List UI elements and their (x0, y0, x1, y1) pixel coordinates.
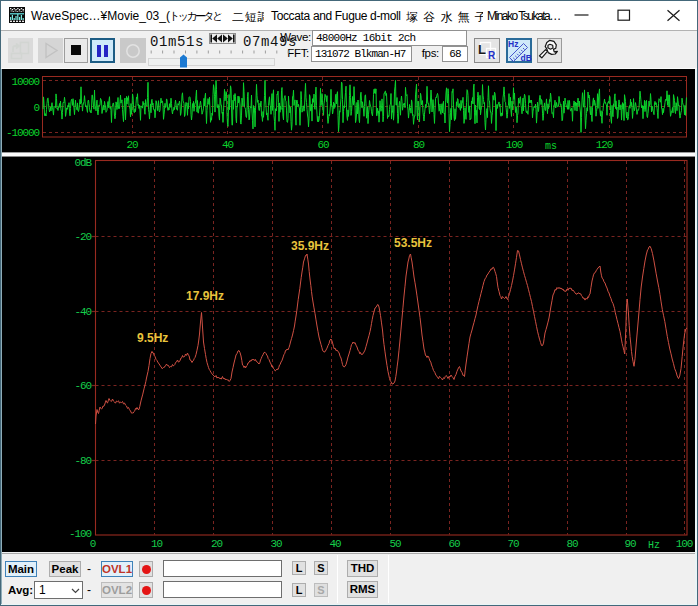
svg-text:-100: -100 (69, 528, 92, 540)
svg-text:100: 100 (506, 139, 523, 151)
svg-text:90: 90 (624, 538, 636, 550)
svg-text:-20: -20 (74, 231, 91, 243)
svg-text:-60: -60 (74, 380, 91, 392)
svg-text:ms: ms (545, 141, 557, 152)
svg-text:120: 120 (596, 139, 613, 151)
svg-text:10000: 10000 (11, 76, 39, 88)
svg-text:Hz: Hz (648, 540, 660, 551)
svg-text:-40: -40 (74, 306, 91, 318)
svg-text:R: R (488, 50, 496, 61)
svg-text:dB: dB (521, 53, 532, 63)
svg-text:Hz: Hz (508, 39, 518, 49)
svg-text:30: 30 (270, 538, 282, 550)
svg-text:9.5Hz: 9.5Hz (137, 331, 168, 345)
svg-text:100: 100 (676, 538, 693, 550)
svg-text:20: 20 (126, 139, 138, 151)
svg-text:50: 50 (389, 538, 401, 550)
svg-text:0dB: 0dB (74, 157, 92, 169)
svg-text:-80: -80 (74, 455, 91, 467)
svg-text:60: 60 (317, 139, 329, 151)
svg-text:80: 80 (566, 538, 578, 550)
svg-text:10: 10 (151, 538, 163, 550)
svg-text:0: 0 (90, 538, 96, 550)
svg-text:-10000: -10000 (6, 127, 40, 139)
svg-text:40: 40 (222, 139, 234, 151)
svg-text:0: 0 (33, 102, 39, 114)
svg-text:53.5Hz: 53.5Hz (394, 236, 432, 250)
svg-text:17.9Hz: 17.9Hz (186, 289, 224, 303)
svg-text:40: 40 (329, 538, 341, 550)
svg-text:35.9Hz: 35.9Hz (291, 239, 329, 253)
svg-text:70: 70 (507, 538, 519, 550)
svg-text:20: 20 (211, 538, 223, 550)
svg-text:60: 60 (448, 538, 460, 550)
svg-text:L: L (478, 42, 486, 57)
svg-text:80: 80 (413, 139, 425, 151)
